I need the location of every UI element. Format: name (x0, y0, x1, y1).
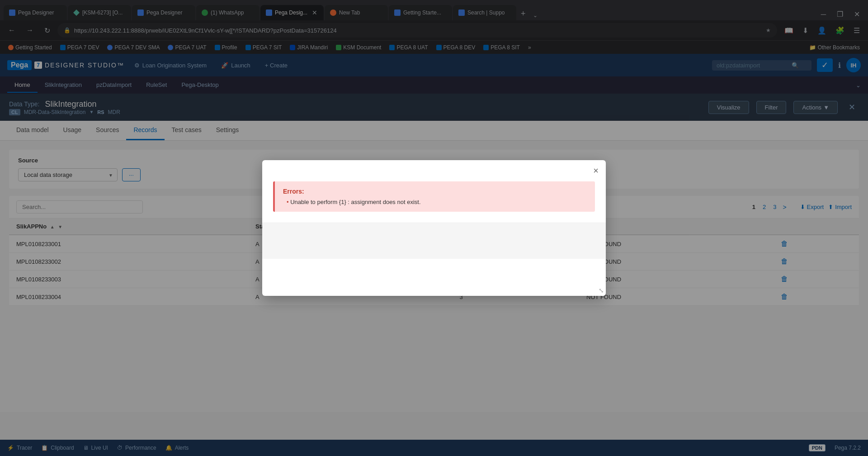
error-modal: × Errors: Unable to perform {1} : assign… (262, 160, 606, 296)
error-item-1: Unable to perform {1} : assignment does … (287, 199, 587, 205)
modal-close-button[interactable]: × (593, 166, 599, 176)
modal-header: × (262, 160, 606, 181)
modal-body: Errors: Unable to perform {1} : assignme… (262, 181, 606, 223)
error-title: Errors: (283, 188, 587, 195)
modal-resize-handle[interactable]: ⤡ (599, 287, 604, 294)
modal-footer (262, 223, 606, 259)
modal-overlay[interactable]: × Errors: Unable to perform {1} : assign… (0, 0, 868, 456)
error-box: Errors: Unable to perform {1} : assignme… (273, 181, 595, 212)
